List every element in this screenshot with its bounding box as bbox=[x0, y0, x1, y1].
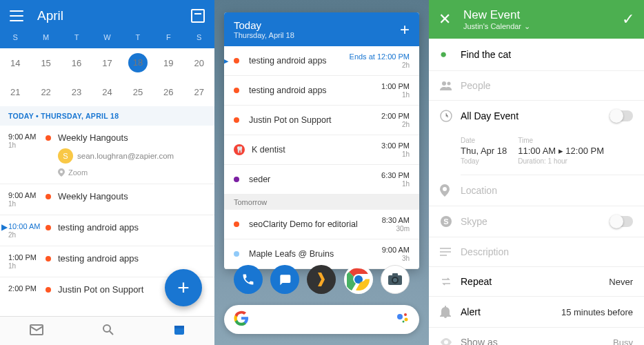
widget-event-row[interactable]: seoClarity Demo for editorial8:30 AM30m bbox=[224, 210, 419, 239]
event-time: 10:00 AM2h bbox=[8, 222, 43, 239]
allday-row[interactable]: All Day Event bbox=[429, 101, 644, 131]
add-event-fab[interactable]: + bbox=[165, 269, 202, 306]
eye-icon bbox=[440, 338, 461, 345]
phone-app-icon[interactable] bbox=[234, 265, 263, 294]
app-drawer-handle-icon[interactable]: ⌃ bbox=[319, 250, 325, 259]
event-title: K dentist bbox=[252, 145, 381, 155]
event-time: 3:00 PM1h bbox=[381, 141, 410, 158]
widget-add-icon[interactable]: + bbox=[400, 20, 410, 39]
save-check-icon[interactable]: ✓ bbox=[622, 10, 634, 28]
allday-toggle[interactable] bbox=[610, 110, 633, 121]
date-cell[interactable]: 20 bbox=[184, 58, 214, 68]
widget-event-row[interactable]: seder6:30 PM1h bbox=[224, 165, 419, 195]
svg-point-14 bbox=[442, 81, 446, 86]
date-cell[interactable]: 14 bbox=[0, 58, 30, 68]
date-cell[interactable]: 22 bbox=[30, 87, 61, 97]
date-cell[interactable]: 16 bbox=[61, 58, 92, 68]
chrome-app-icon[interactable] bbox=[344, 265, 373, 294]
svg-point-15 bbox=[447, 82, 451, 86]
event-title: seoClarity Demo for editorial bbox=[249, 219, 382, 229]
widget-event-row[interactable]: Justin Pot on Support2:00 PM2h bbox=[224, 106, 419, 135]
calendar-color-dot-icon bbox=[46, 287, 51, 293]
calendar-picker[interactable]: Justin's Calendar ⌄ bbox=[463, 22, 622, 31]
date-cell[interactable]: 19 bbox=[153, 58, 183, 68]
date-cell[interactable]: 24 bbox=[92, 87, 122, 97]
date-cell[interactable]: 26 bbox=[153, 87, 183, 97]
time-picker[interactable]: Time 11:00 AM ▸ 12:00 PM Duration: 1 hou… bbox=[518, 137, 604, 165]
dentist-icon: 🦷 bbox=[234, 144, 245, 155]
calendar-tab-icon[interactable] bbox=[173, 324, 185, 339]
description-row[interactable]: Description bbox=[429, 237, 644, 267]
hamburger-icon[interactable] bbox=[10, 10, 23, 21]
camera-app-icon[interactable] bbox=[381, 265, 410, 294]
date-picker[interactable]: Date Thu, Apr 18 Today bbox=[461, 137, 507, 165]
datetime-row: Date Thu, Apr 18 Today Time 11:00 AM ▸ 1… bbox=[461, 131, 644, 175]
svg-point-10 bbox=[397, 314, 403, 319]
widget-event-row[interactable]: ▶testing android appsEnds at 12:00 PM2h bbox=[224, 46, 419, 76]
agenda-item[interactable]: 9:00 AM1hWeekly HangoutsSsean.loughran@z… bbox=[0, 126, 214, 184]
event-title: testing android apps bbox=[249, 86, 381, 95]
showas-label: Show as bbox=[461, 337, 613, 345]
event-title: Weekly Hangouts bbox=[58, 132, 128, 143]
agenda-icon[interactable] bbox=[191, 9, 205, 23]
event-time: 2:00 PM2h bbox=[381, 112, 410, 128]
event-title-input[interactable]: Find the cat bbox=[461, 49, 633, 60]
event-time: 2:00 PM bbox=[8, 284, 43, 295]
date-cell[interactable]: 25 bbox=[123, 87, 153, 97]
homescreen-widget-pane: Today Thursday, April 18 + ▶testing andr… bbox=[214, 0, 429, 345]
location-placeholder: Location bbox=[461, 185, 633, 196]
event-title: Justin Pot on Support bbox=[249, 115, 381, 125]
new-event-header: ✕ New Event Justin's Calendar ⌄ ✓ bbox=[429, 0, 644, 39]
month-title[interactable]: April bbox=[37, 8, 191, 23]
widget-event-row[interactable]: 🦷K dentist3:00 PM1h bbox=[224, 135, 419, 165]
plex-app-icon[interactable] bbox=[307, 265, 336, 294]
bottom-nav bbox=[0, 316, 214, 345]
skype-row[interactable]: S Skype bbox=[429, 206, 644, 237]
event-title: Weekly Hangouts bbox=[58, 191, 128, 201]
current-time-indicator-icon: ▶ bbox=[1, 222, 8, 232]
location-pin-icon bbox=[58, 168, 65, 177]
calendar-color-dot-icon bbox=[46, 194, 51, 199]
calendar-color-dot-icon: ● bbox=[440, 48, 461, 61]
mail-icon[interactable] bbox=[30, 324, 43, 338]
event-title: testing android apps bbox=[249, 56, 350, 66]
date-cell[interactable]: 21 bbox=[0, 87, 30, 97]
event-time: 9:00 AM1h bbox=[8, 191, 43, 208]
svg-text:S: S bbox=[443, 217, 448, 226]
location-row[interactable]: Location bbox=[429, 175, 644, 206]
calendar-widget: Today Thursday, April 18 + ▶testing andr… bbox=[224, 12, 419, 269]
svg-rect-3 bbox=[174, 326, 184, 328]
date-cell[interactable]: 15 bbox=[30, 58, 61, 68]
assistant-icon[interactable] bbox=[396, 311, 410, 328]
google-search-bar[interactable] bbox=[224, 305, 419, 334]
new-event-pane: ✕ New Event Justin's Calendar ⌄ ✓ ● Find… bbox=[429, 0, 644, 345]
widget-tomorrow-header: Tomorrow bbox=[224, 195, 419, 210]
showas-row[interactable]: Show as Busy bbox=[429, 328, 644, 345]
date-cell-today[interactable]: 18 bbox=[123, 53, 153, 72]
event-title: testing android apps bbox=[58, 222, 139, 233]
widget-event-row[interactable]: testing android apps1:00 PM1h bbox=[224, 76, 419, 106]
event-title: Maple Leafs @ Bruins bbox=[249, 249, 382, 259]
date-cell[interactable]: 23 bbox=[61, 87, 92, 97]
date-cell[interactable]: 27 bbox=[184, 87, 214, 97]
agenda-item[interactable]: 9:00 AM1hWeekly Hangouts bbox=[0, 184, 214, 215]
messages-app-icon[interactable] bbox=[270, 265, 299, 294]
alert-row[interactable]: Alert 15 minutes before bbox=[429, 297, 644, 328]
widget-header: Today Thursday, April 18 + bbox=[224, 12, 419, 46]
search-icon[interactable] bbox=[102, 324, 114, 339]
close-icon[interactable]: ✕ bbox=[439, 10, 451, 28]
attendee-email: sean.loughran@zapier.com bbox=[77, 152, 174, 160]
event-time: 9:00 AM3h bbox=[382, 246, 410, 262]
alert-value: 15 minutes before bbox=[561, 307, 633, 317]
date-cell[interactable]: 17 bbox=[92, 58, 122, 68]
repeat-row[interactable]: Repeat Never bbox=[429, 267, 644, 297]
agenda-item[interactable]: ▶10:00 AM2htesting android apps bbox=[0, 215, 214, 246]
skype-toggle[interactable] bbox=[610, 216, 633, 227]
people-row[interactable]: People bbox=[429, 71, 644, 101]
widget-today-list: ▶testing android appsEnds at 12:00 PM2ht… bbox=[224, 46, 419, 195]
skype-icon: S bbox=[440, 215, 461, 228]
svg-point-11 bbox=[404, 313, 407, 316]
svg-point-8 bbox=[393, 278, 397, 282]
event-title-row[interactable]: ● Find the cat bbox=[429, 39, 644, 71]
event-title: testing android apps bbox=[58, 253, 139, 264]
